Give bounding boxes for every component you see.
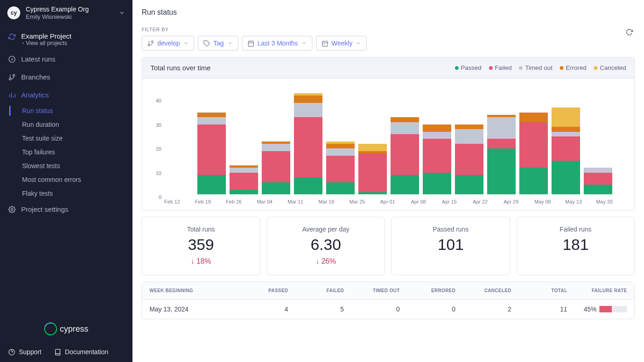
branch-icon <box>147 40 154 47</box>
bar-feb-19[interactable] <box>196 86 228 194</box>
kpi-passed-runs: Passed runs101 <box>391 217 510 275</box>
bar-mar-04[interactable] <box>260 86 292 194</box>
xtick: Apr 08 <box>410 199 441 204</box>
col-total[interactable]: TOTAL <box>512 288 567 293</box>
xtick: May 06 <box>534 199 564 204</box>
col-canceled[interactable]: CANCELED <box>455 288 511 293</box>
kpi-row: Total runs359↓ 18%Average per day6.30↓ 2… <box>142 217 635 275</box>
col-failed[interactable]: FAILED <box>288 288 344 293</box>
bar-apr-29[interactable] <box>518 86 550 194</box>
subnav-flaky-tests[interactable]: Flaky tests <box>10 187 132 200</box>
xtick: Feb 26 <box>225 199 256 204</box>
chart-icon <box>8 91 16 99</box>
nav-analytics[interactable]: Analytics <box>0 86 132 104</box>
check-circle-icon <box>8 56 16 63</box>
svg-rect-15 <box>248 41 253 46</box>
org-user: Emily Wisniewski <box>26 13 113 21</box>
runs-chart-card: Total runs over time PassedFailedTimed o… <box>142 57 635 210</box>
org-switcher[interactable]: cy Cypress Example Org Emily Wisniewski <box>0 0 132 26</box>
legend-canceled[interactable]: Canceled <box>594 64 626 71</box>
table-head: WEEK BEGINNINGPASSEDFAILEDTIMED OUTERROR… <box>142 282 634 300</box>
col-timed-out[interactable]: TIMED OUT <box>344 288 400 293</box>
xtick: Mar 11 <box>287 199 317 204</box>
filter-branch[interactable]: develop <box>142 36 194 51</box>
xtick: Mar 18 <box>317 199 348 204</box>
chart-title: Total runs over time <box>150 64 211 72</box>
svg-point-3 <box>9 78 11 80</box>
svg-rect-19 <box>322 41 327 46</box>
support-link[interactable]: Support <box>8 348 41 356</box>
legend-errored[interactable]: Errored <box>560 64 586 71</box>
project-name: Example Project <box>21 32 125 40</box>
filter-block: FILTER BY develop Tag Last 3 Months <box>142 27 367 51</box>
project-header[interactable]: Example Project View all projects <box>0 28 132 50</box>
filter-label: FILTER BY <box>142 27 367 32</box>
col-failure-rate[interactable]: FAILURE RATE <box>567 288 627 293</box>
svg-point-2 <box>13 74 15 76</box>
bar-apr-08[interactable] <box>421 86 453 194</box>
chevron-down-icon <box>119 10 125 16</box>
subnav-most-common-errors[interactable]: Most common errors <box>10 173 132 187</box>
col-week-beginning[interactable]: WEEK BEGINNING <box>150 288 232 293</box>
table-row[interactable]: May 13, 2024450021145% <box>142 300 634 319</box>
org-name: Cypress Example Org <box>26 6 113 13</box>
subnav-test-suite-size[interactable]: Test suite size <box>10 131 132 145</box>
kpi-average-per-day: Average per day6.30↓ 26% <box>267 217 385 275</box>
bar-may-13[interactable] <box>582 86 614 194</box>
nav-branches[interactable]: Branches <box>0 68 132 86</box>
view-all-projects-link[interactable]: View all projects <box>21 40 125 46</box>
bar-apr-01[interactable] <box>389 86 421 194</box>
xtick: Apr 15 <box>441 199 472 204</box>
subnav-run-status[interactable]: Run status <box>10 104 132 118</box>
chart-area: Feb 12Feb 19Feb 26Mar 04Mar 11Mar 18Mar … <box>163 86 626 204</box>
xtick: Apr 22 <box>472 199 503 204</box>
legend-passed[interactable]: Passed <box>455 64 482 71</box>
col-passed[interactable]: PASSED <box>232 288 288 293</box>
xtick: Apr 29 <box>503 199 534 204</box>
bar-feb-12[interactable] <box>163 86 196 194</box>
filter-tag[interactable]: Tag <box>198 36 238 51</box>
chart-legend: PassedFailedTimed outErroredCanceled <box>455 64 626 71</box>
bar-mar-11[interactable] <box>292 86 324 194</box>
filter-range[interactable]: Last 3 Months <box>242 36 312 51</box>
bar-mar-25[interactable] <box>356 86 389 194</box>
subnav-slowest-tests[interactable]: Slowest tests <box>10 159 132 173</box>
branch-icon <box>8 74 16 81</box>
org-avatar: cy <box>7 6 20 19</box>
gear-icon <box>8 206 16 213</box>
sync-icon <box>8 33 16 40</box>
nav-latest-runs[interactable]: Latest runs <box>0 50 132 68</box>
kpi-failed-runs: Failed runs181 <box>517 217 635 275</box>
svg-point-12 <box>151 40 153 42</box>
calendar-icon <box>247 40 254 47</box>
sidebar: cy Cypress Example Org Emily Wisniewski … <box>0 0 132 362</box>
subnav-top-failures[interactable]: Top failures <box>10 145 132 159</box>
refresh-button[interactable] <box>624 27 635 38</box>
xtick: Apr 01 <box>379 199 410 204</box>
xtick: May 13 <box>564 199 595 204</box>
xtick: Mar 04 <box>256 199 287 204</box>
filter-granularity[interactable]: Weekly <box>316 36 367 51</box>
bar-apr-22[interactable] <box>485 86 518 194</box>
cypress-logo: cypress <box>0 317 132 343</box>
calendar-week-icon <box>322 40 328 47</box>
legend-timed-out[interactable]: Timed out <box>519 64 552 71</box>
svg-point-8 <box>11 209 13 210</box>
bar-may-06[interactable] <box>550 86 582 194</box>
bar-feb-26[interactable] <box>228 86 260 194</box>
col-errored[interactable]: ERRORED <box>400 288 455 293</box>
bar-may-20[interactable] <box>614 86 644 194</box>
main-content: Run status FILTER BY develop Tag Last 3 … <box>132 0 644 362</box>
documentation-link[interactable]: Documentation <box>54 348 108 356</box>
xtick: Mar 25 <box>348 199 379 204</box>
xtick: Feb 19 <box>194 199 225 204</box>
bar-mar-18[interactable] <box>324 86 356 194</box>
legend-failed[interactable]: Failed <box>489 64 512 71</box>
subnav-run-duration[interactable]: Run duration <box>10 118 132 131</box>
nav-project-settings[interactable]: Project settings <box>0 200 132 218</box>
svg-point-13 <box>148 44 150 46</box>
runs-table: WEEK BEGINNINGPASSEDFAILEDTIMED OUTERROR… <box>142 282 635 319</box>
analytics-subnav: Run status Run duration Test suite size … <box>9 104 132 200</box>
bar-apr-15[interactable] <box>453 86 485 194</box>
page-title: Run status <box>142 8 635 17</box>
